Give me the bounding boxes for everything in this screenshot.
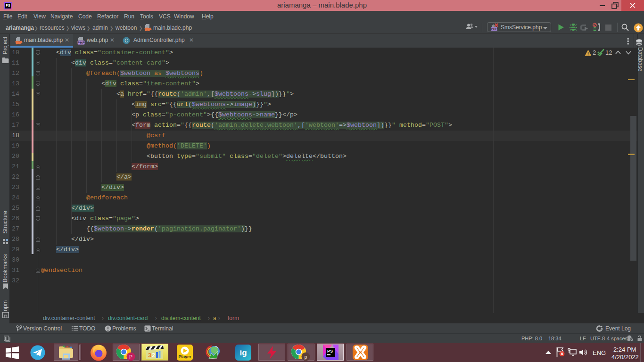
svg-text:ig: ig <box>239 348 247 357</box>
svg-text:P: P <box>129 354 132 360</box>
svg-text:PS: PS <box>327 349 333 354</box>
svg-text:PHP: PHP <box>77 41 84 45</box>
svg-text:Player: Player <box>178 354 191 359</box>
svg-text:2: 2 <box>152 352 155 359</box>
svg-text:PHP: PHP <box>491 27 497 31</box>
svg-text:C: C <box>124 38 128 43</box>
svg-text:p: p <box>305 354 307 360</box>
svg-text:3: 3 <box>148 352 151 359</box>
